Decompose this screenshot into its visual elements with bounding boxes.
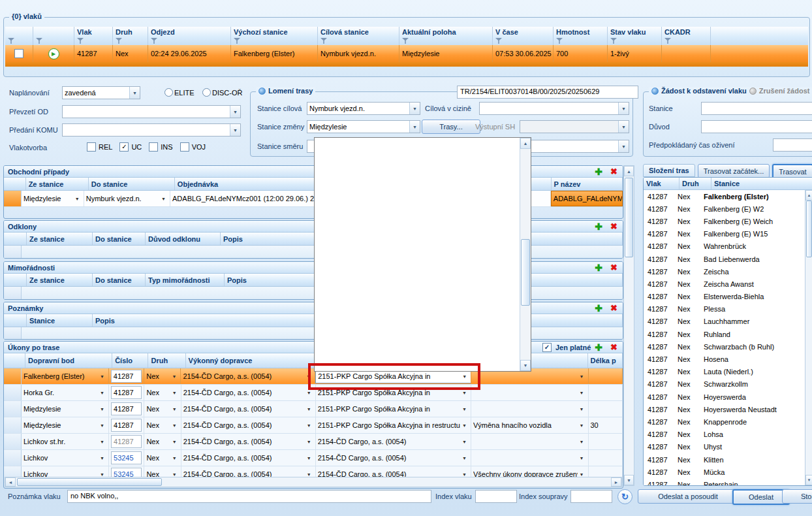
dropdown-option[interactable] xyxy=(315,317,520,330)
stanice-zmeny-select[interactable]: Międzylesie▼ xyxy=(307,120,420,133)
delka-cell[interactable] xyxy=(589,368,623,384)
filter-icon[interactable] xyxy=(36,38,42,44)
scroll-down-icon[interactable]: ▼ xyxy=(805,475,812,485)
dopravce2-select[interactable]: 2151-PKP Cargo Spółka Akcyjna in restruc… xyxy=(316,417,471,433)
station-row[interactable]: 41287 Nex Hoyerswerda xyxy=(644,391,805,403)
scroll-up-icon[interactable]: ▲ xyxy=(805,190,812,201)
vlakotvorba-checkbox[interactable]: REL xyxy=(87,142,112,152)
disc-radio[interactable] xyxy=(202,88,211,97)
index-vlaku-input[interactable] xyxy=(475,490,517,503)
dopravni-bod-select[interactable]: Falkenberg (Elster)▼ xyxy=(22,368,109,384)
ukon-row[interactable]: Horka Gr.▼ 41287 Nex▼ 2154-ČD Cargo, a.s… xyxy=(4,385,623,401)
druh-select[interactable]: Nex▼ xyxy=(144,385,181,400)
druh-select[interactable]: Nex▼ xyxy=(144,450,181,466)
add-icon[interactable]: ✚ xyxy=(595,343,602,352)
delete-icon[interactable]: ✖ xyxy=(610,304,617,312)
scroll-right-icon[interactable]: ► xyxy=(611,477,621,487)
cislo-field[interactable]: 53245 xyxy=(111,451,142,464)
delete-icon[interactable]: ✖ xyxy=(610,167,617,176)
column-header[interactable]: Výchozí stanice xyxy=(231,27,318,46)
tr-number-field[interactable]: TR/2154/ELIT0037014B/00/2025/20250629 xyxy=(457,86,638,99)
ukon-select[interactable]: ▼ xyxy=(471,401,589,417)
column-header[interactable]: Důvod odklonu xyxy=(146,233,221,245)
station-row[interactable]: 41287 Nex Falkenberg (E) W15 xyxy=(644,228,805,240)
ukon-select[interactable]: Výměna hnacího vozidla▼ xyxy=(471,417,589,433)
druh-select[interactable]: Nex▼ xyxy=(144,368,181,384)
row-selector[interactable] xyxy=(4,191,22,206)
dropdown-option[interactable] xyxy=(315,138,520,151)
filter-icon[interactable] xyxy=(77,38,84,44)
station-row[interactable]: 41287 Nex Plessa xyxy=(644,303,805,315)
stanice-cilova-select[interactable]: Nymburk vjezd.n.▼ xyxy=(307,102,420,115)
predani-select[interactable]: ▼ xyxy=(62,123,241,137)
do-stanice-select[interactable]: Nymburk vjezd.n.▼ xyxy=(84,191,170,206)
jen-platne-checkbox[interactable] xyxy=(542,343,552,352)
dopravni-bod-select[interactable]: Lichkov▼ xyxy=(22,450,109,466)
refresh-button[interactable]: ↻ xyxy=(617,489,632,504)
station-row[interactable]: 41287 Nex Wahrenbrück xyxy=(644,240,805,253)
main-vertical-scrollbar[interactable]: ▲ ▼ xyxy=(623,165,634,486)
dopravni-bod-select[interactable]: Lichkov st.hr.▼ xyxy=(22,434,109,449)
horizontal-scrollbar[interactable]: ◄ ► xyxy=(5,477,622,487)
column-header[interactable]: Druh xyxy=(679,178,711,189)
column-header[interactable]: Číslo xyxy=(112,353,148,368)
station-row[interactable]: 41287 Nex Ruhland xyxy=(644,328,805,340)
column-header[interactable]: Typ mimořádnosti xyxy=(146,274,225,286)
dropdown-option[interactable] xyxy=(315,240,520,253)
column-header[interactable]: Ze stanice xyxy=(26,178,89,190)
station-row[interactable]: 41287 Nex Hosena xyxy=(644,353,805,365)
dropdown-option[interactable] xyxy=(315,304,520,317)
dropdown-option[interactable] xyxy=(315,163,520,176)
tab-slozeni-tras[interactable]: Složení tras xyxy=(643,164,695,177)
column-header[interactable]: Objednávka xyxy=(175,178,323,190)
druh-select[interactable]: Nex▼ xyxy=(144,401,181,417)
add-icon[interactable]: ✚ xyxy=(595,263,602,272)
station-row[interactable]: 41287 Nex Zeischa xyxy=(644,265,805,278)
column-header[interactable]: Druh xyxy=(113,27,148,46)
ukon-select[interactable]: ▼ xyxy=(471,450,589,466)
slozeni-scrollbar[interactable]: ▲ ▼ xyxy=(805,190,812,485)
delete-icon[interactable]: ✖ xyxy=(610,222,617,231)
station-row[interactable]: 41287 Nex Klitten xyxy=(644,453,805,466)
column-header[interactable]: Vlak xyxy=(74,27,113,46)
trasy-button[interactable]: Trasy... xyxy=(422,120,480,134)
operator-dropdown-list[interactable]: ▲ ▼ xyxy=(314,137,531,372)
dropdown-option[interactable] xyxy=(315,151,520,164)
scroll-down-icon[interactable]: ▼ xyxy=(624,475,634,485)
delka-cell[interactable] xyxy=(589,401,623,417)
station-row[interactable]: 41287 Nex Hoyerswerda Neustadt xyxy=(644,403,805,415)
column-header[interactable]: Cílová stanice xyxy=(318,27,399,46)
column-header[interactable]: Stanice xyxy=(27,314,93,327)
column-header[interactable]: Vlak xyxy=(644,178,679,189)
station-row[interactable]: 41287 Nex Lauchhammer xyxy=(644,315,805,328)
delka-cell[interactable] xyxy=(589,450,623,466)
ukon-select[interactable]: ▼ xyxy=(471,434,589,449)
filter-icon[interactable] xyxy=(495,38,502,44)
dropdown-option[interactable] xyxy=(315,189,520,202)
dropdown-option[interactable] xyxy=(315,330,520,343)
station-row[interactable]: 41287 Nex Falkenberg (E) W2 xyxy=(644,202,805,215)
add-icon[interactable]: ✚ xyxy=(595,304,602,313)
column-header[interactable]: Hmotnost xyxy=(554,27,608,46)
scrollbar-thumb[interactable] xyxy=(806,201,812,257)
scrollbar-thumb[interactable] xyxy=(625,178,633,257)
delka-cell[interactable]: 30 xyxy=(589,417,623,433)
dopravce2-select[interactable]: 2154-ČD Cargo, a.s. (0054)▼ xyxy=(316,434,471,449)
naplanovani-select[interactable]: zavedená▼ xyxy=(62,86,140,99)
cilova-v-cizine-select[interactable]: ▼ xyxy=(479,102,629,115)
filter-icon[interactable] xyxy=(116,38,122,44)
zadost-duvod-input[interactable] xyxy=(701,120,812,133)
filter-icon[interactable] xyxy=(610,38,617,44)
cislo-field[interactable]: 41287 xyxy=(111,370,142,383)
dropdown-option[interactable] xyxy=(315,215,520,228)
scrollbar-thumb[interactable] xyxy=(17,478,162,486)
elite-radio[interactable] xyxy=(164,88,173,97)
druh-select[interactable]: Nex▼ xyxy=(144,417,181,433)
ze-stanice-select[interactable]: Międzylesie▼ xyxy=(22,191,84,206)
column-header[interactable]: Odjezd xyxy=(148,27,231,46)
row-selector[interactable] xyxy=(4,434,22,449)
dopravni-bod-select[interactable]: Międzylesie▼ xyxy=(22,417,109,433)
station-row[interactable]: 41287 Nex Lohsa xyxy=(644,428,805,441)
column-header[interactable]: Do stanice xyxy=(93,233,146,245)
station-row[interactable]: 41287 Nex Lauta (Niederl.) xyxy=(644,366,805,378)
